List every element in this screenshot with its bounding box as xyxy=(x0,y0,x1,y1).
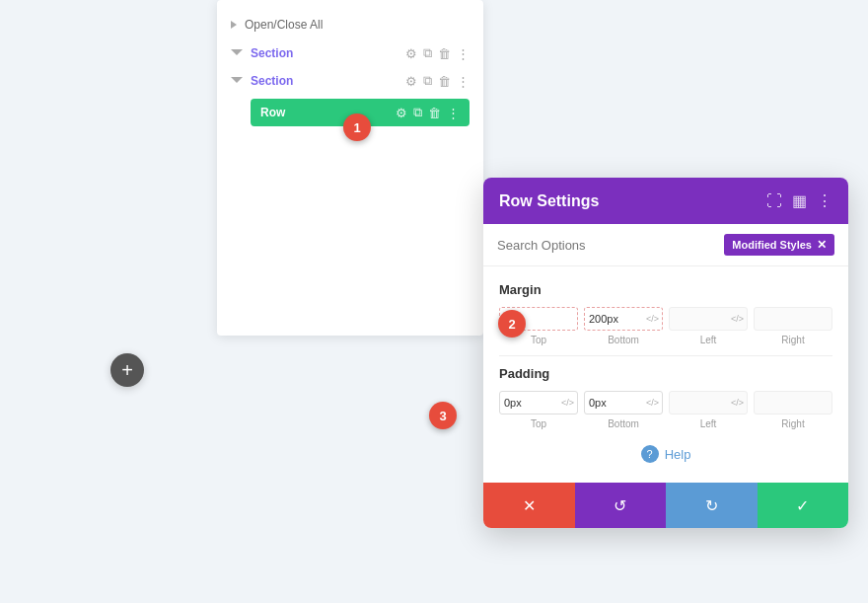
section2-actions: ⚙ ⧉ 🗑 ⋮ xyxy=(405,73,470,89)
margin-bottom-input[interactable] xyxy=(585,308,643,330)
settings-footer: ✕ ↺ ↻ ✓ xyxy=(483,483,848,528)
padding-section-label: Padding xyxy=(499,366,832,381)
columns-icon[interactable]: ▦ xyxy=(792,191,807,210)
undo-button[interactable]: ↺ xyxy=(575,483,667,528)
margin-bottom-code-icon[interactable]: </> xyxy=(643,312,662,326)
layer-panel: Open/Close All Section ⚙ ⧉ 🗑 ⋮ Section ⚙… xyxy=(217,0,483,336)
padding-bottom-input[interactable] xyxy=(585,392,643,414)
margin-right-input-wrap xyxy=(754,307,832,331)
modified-styles-badge[interactable]: Modified Styles ✕ xyxy=(724,234,834,256)
section2-row: Section ⚙ ⧉ 🗑 ⋮ xyxy=(217,67,483,95)
padding-top-label: Top xyxy=(531,418,546,429)
padding-right-input[interactable] xyxy=(755,392,832,414)
margin-bottom-label: Bottom xyxy=(608,335,639,345)
row-label: Row xyxy=(260,106,285,119)
padding-bottom-label: Bottom xyxy=(608,418,639,429)
margin-left-code-icon[interactable]: </> xyxy=(728,312,747,326)
cancel-button[interactable]: ✕ xyxy=(483,483,575,528)
modified-styles-close-icon[interactable]: ✕ xyxy=(817,238,827,252)
padding-bottom-group: </> Bottom xyxy=(584,391,663,429)
margin-left-input[interactable] xyxy=(670,308,728,330)
margin-right-group: Right xyxy=(754,307,832,345)
margin-left-label: Left xyxy=(700,335,717,345)
step-badge-2: 2 xyxy=(498,310,526,338)
margin-left-input-wrap: </> xyxy=(669,307,748,331)
section1-copy-icon[interactable]: ⧉ xyxy=(423,45,432,61)
padding-left-label: Left xyxy=(700,418,717,429)
section1-row: Section ⚙ ⧉ 🗑 ⋮ xyxy=(217,39,483,67)
margin-fields: Top </> Bottom </> Left xyxy=(499,307,832,345)
margin-top-label: Top xyxy=(531,335,546,345)
padding-top-input[interactable] xyxy=(500,392,558,414)
step-badge-1: 1 xyxy=(343,113,371,141)
padding-right-group: Right xyxy=(754,391,832,429)
section1-gear-icon[interactable]: ⚙ xyxy=(405,46,417,61)
settings-header: Row Settings ⛶ ▦ ⋮ xyxy=(483,178,848,224)
padding-fields: </> Top </> Bottom </> Left xyxy=(499,391,832,429)
padding-right-label: Right xyxy=(781,418,804,429)
redo-button[interactable]: ↻ xyxy=(666,483,758,528)
add-button[interactable]: + xyxy=(110,353,144,387)
padding-top-input-wrap: </> xyxy=(499,391,578,415)
header-actions: ⛶ ▦ ⋮ xyxy=(766,191,832,210)
section2-gear-icon[interactable]: ⚙ xyxy=(405,74,417,89)
section2-trash-icon[interactable]: 🗑 xyxy=(438,74,451,89)
expand-arrow-icon xyxy=(231,21,237,29)
margin-right-input[interactable] xyxy=(755,308,832,330)
search-input[interactable] xyxy=(497,238,716,253)
step-badge-3: 3 xyxy=(429,402,457,429)
section2-arrow-icon xyxy=(231,77,243,87)
help-label[interactable]: Help xyxy=(665,447,691,462)
row-dots-icon[interactable]: ⋮ xyxy=(447,106,460,120)
padding-bottom-code-icon[interactable]: </> xyxy=(643,396,662,410)
padding-top-group: </> Top xyxy=(499,391,578,429)
section1-label: Section xyxy=(251,46,405,60)
divider1 xyxy=(499,355,832,356)
help-row: ? Help xyxy=(499,435,832,467)
margin-right-label: Right xyxy=(781,335,804,345)
open-close-label: Open/Close All xyxy=(245,18,323,32)
search-bar: Modified Styles ✕ xyxy=(483,224,848,266)
padding-bottom-input-wrap: </> xyxy=(584,391,663,415)
more-options-icon[interactable]: ⋮ xyxy=(817,191,832,210)
row-trash-icon[interactable]: 🗑 xyxy=(428,106,441,120)
settings-body: Margin Top </> Bottom xyxy=(483,266,848,483)
settings-title: Row Settings xyxy=(499,192,599,210)
section1-arrow-icon xyxy=(231,49,243,59)
padding-left-input-wrap: </> xyxy=(669,391,748,415)
settings-panel: Row Settings ⛶ ▦ ⋮ Modified Styles ✕ Mar… xyxy=(483,178,848,528)
margin-bottom-input-wrap: </> xyxy=(584,307,663,331)
margin-bottom-group: </> Bottom xyxy=(584,307,663,345)
padding-left-group: </> Left xyxy=(669,391,748,429)
help-icon[interactable]: ? xyxy=(641,445,659,463)
section2-label: Section xyxy=(251,74,405,88)
padding-right-input-wrap xyxy=(754,391,832,415)
save-button[interactable]: ✓ xyxy=(758,483,849,528)
section2-dots-icon[interactable]: ⋮ xyxy=(457,74,470,89)
row-actions: ⚙ ⧉ 🗑 ⋮ xyxy=(396,105,460,120)
row-gear-icon[interactable]: ⚙ xyxy=(396,106,407,120)
row-copy-icon[interactable]: ⧉ xyxy=(413,105,422,120)
section2-copy-icon[interactable]: ⧉ xyxy=(423,73,432,89)
section1-actions: ⚙ ⧉ 🗑 ⋮ xyxy=(405,45,470,61)
section1-dots-icon[interactable]: ⋮ xyxy=(457,46,470,61)
margin-left-group: </> Left xyxy=(669,307,748,345)
padding-left-input[interactable] xyxy=(670,392,728,414)
expand-icon[interactable]: ⛶ xyxy=(766,192,782,210)
padding-top-code-icon[interactable]: </> xyxy=(558,396,577,410)
margin-section-label: Margin xyxy=(499,282,832,297)
open-close-row[interactable]: Open/Close All xyxy=(217,10,483,39)
section1-trash-icon[interactable]: 🗑 xyxy=(438,46,451,61)
padding-left-code-icon[interactable]: </> xyxy=(728,396,747,410)
modified-styles-label: Modified Styles xyxy=(732,239,812,251)
